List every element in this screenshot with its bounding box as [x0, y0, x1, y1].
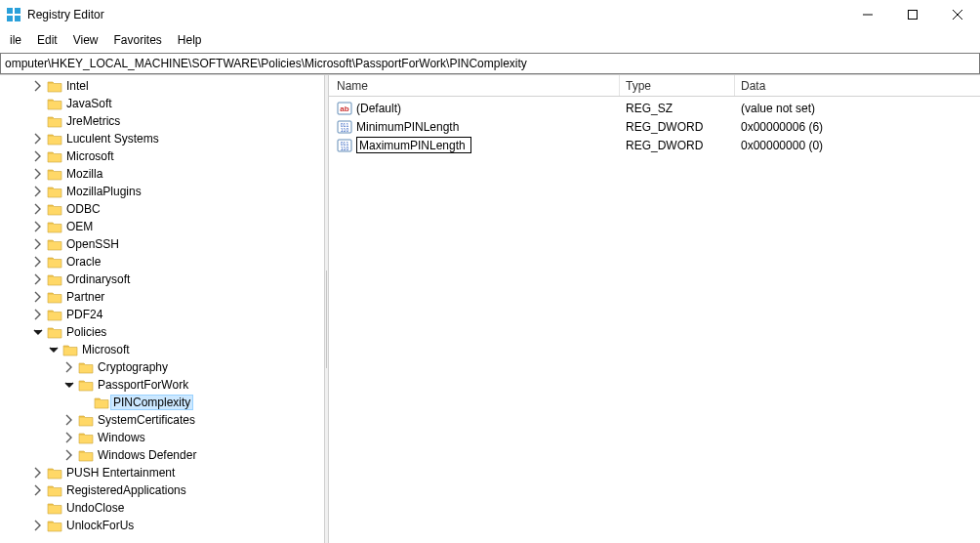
chevron-down-icon[interactable]: [62, 378, 76, 392]
tree-item-unlockforus[interactable]: UnlockForUs: [0, 517, 314, 534]
value-row[interactable]: (Default)REG_SZ(value not set): [329, 99, 980, 117]
tree-item-mozilla[interactable]: Mozilla: [0, 165, 314, 183]
tree-item-label: Cryptography: [98, 358, 168, 376]
folder-icon: [47, 466, 62, 480]
folder-icon: [94, 396, 109, 409]
tree-pane[interactable]: IntelJavaSoftJreMetricsLuculent SystemsM…: [0, 75, 324, 543]
tree-item-pincomplexity[interactable]: PINComplexity: [0, 394, 314, 411]
tree-item-cryptography[interactable]: Cryptography: [0, 358, 314, 376]
chevron-right-icon[interactable]: [31, 202, 45, 216]
values-pane: Name Type Data (Default)REG_SZ(value not…: [329, 75, 980, 543]
chevron-right-icon[interactable]: [31, 237, 45, 251]
chevron-down-icon[interactable]: [47, 343, 61, 356]
tree-item-label: PDF24: [66, 306, 102, 323]
svg-rect-2: [7, 16, 13, 21]
tree-item-passportforwork[interactable]: PassportForWork: [0, 376, 314, 394]
tree-item-label: JavaSoft: [66, 95, 112, 112]
folder-icon: [47, 97, 62, 110]
menu-favorites[interactable]: Favorites: [106, 31, 170, 49]
folder-icon: [62, 343, 78, 356]
chevron-right-icon[interactable]: [31, 483, 45, 497]
chevron-right-icon[interactable]: [31, 519, 45, 532]
tree-item-oem[interactable]: OEM: [0, 218, 314, 235]
chevron-right-icon[interactable]: [31, 220, 45, 233]
folder-icon: [47, 149, 62, 163]
tree-item-label: OEM: [66, 218, 93, 235]
chevron-right-icon[interactable]: [31, 290, 45, 304]
maximize-button[interactable]: [890, 0, 935, 29]
tree-item-label: PUSH Entertainment: [66, 464, 175, 481]
menu-help[interactable]: Help: [170, 31, 210, 49]
tree-item-windows[interactable]: Windows: [0, 429, 314, 446]
reg-string-icon: [337, 101, 352, 116]
value-type: REG_SZ: [620, 102, 735, 115]
tree-item-intel[interactable]: Intel: [0, 77, 314, 95]
tree-item-windows-defender[interactable]: Windows Defender: [0, 446, 314, 464]
chevron-right-icon[interactable]: [31, 79, 45, 93]
tree-item-oracle[interactable]: Oracle: [0, 253, 314, 271]
tree-item-label: Windows Defender: [98, 446, 196, 464]
tree-item-ordinarysoft[interactable]: Ordinarysoft: [0, 271, 314, 288]
column-data[interactable]: Data: [735, 75, 980, 96]
chevron-right-icon[interactable]: [31, 185, 45, 198]
tree-item-mozillaplugins[interactable]: MozillaPlugins: [0, 183, 314, 200]
chevron-right-icon[interactable]: [31, 272, 45, 286]
chevron-right-icon[interactable]: [62, 360, 76, 374]
tree-item-policies[interactable]: Policies: [0, 323, 314, 341]
column-type[interactable]: Type: [620, 75, 735, 96]
tree-item-registeredapplications[interactable]: RegisteredApplications: [0, 481, 314, 499]
value-row[interactable]: REG_DWORD0x00000000 (0): [329, 136, 980, 154]
chevron-right-icon[interactable]: [62, 413, 76, 427]
splitter-grip[interactable]: [326, 271, 327, 368]
chevron-right-icon[interactable]: [62, 448, 76, 462]
chevron-right-icon[interactable]: [62, 431, 76, 444]
menu-edit[interactable]: Edit: [29, 31, 65, 49]
close-button[interactable]: [935, 0, 980, 29]
minimize-button[interactable]: [845, 0, 890, 29]
tree-item-openssh[interactable]: OpenSSH: [0, 235, 314, 253]
menu-view[interactable]: View: [65, 31, 106, 49]
tree-item-label: SystemCertificates: [98, 411, 195, 429]
folder-icon: [78, 360, 94, 374]
folder-icon: [78, 413, 94, 427]
value-data: (value not set): [735, 102, 980, 115]
pane-splitter[interactable]: [324, 75, 329, 543]
folder-icon: [78, 431, 94, 444]
tree-item-push-entertainment[interactable]: PUSH Entertainment: [0, 464, 314, 481]
title-bar: Registry Editor: [0, 0, 980, 29]
chevron-right-icon[interactable]: [31, 255, 45, 269]
column-name[interactable]: Name: [329, 75, 620, 96]
folder-icon: [47, 79, 62, 93]
tree-item-microsoft[interactable]: Microsoft: [0, 341, 314, 358]
chevron-right-icon[interactable]: [31, 132, 45, 146]
chevron-right-icon[interactable]: [31, 167, 45, 181]
tree-item-javasoft[interactable]: JavaSoft: [0, 95, 314, 112]
value-data: 0x00000000 (0): [735, 139, 980, 152]
tree-item-label: MozillaPlugins: [66, 183, 142, 200]
tree-item-label: PINComplexity: [110, 395, 193, 410]
menu-file[interactable]: ile: [2, 31, 29, 49]
tree-item-odbc[interactable]: ODBC: [0, 200, 314, 218]
tree-item-microsoft[interactable]: Microsoft: [0, 147, 314, 165]
tree-item-undoclose[interactable]: UndoClose: [0, 499, 314, 517]
tree-item-jremetrics[interactable]: JreMetrics: [0, 112, 314, 130]
value-name-edit[interactable]: [356, 137, 471, 153]
value-row[interactable]: MinimumPINLengthREG_DWORD0x00000006 (6): [329, 117, 980, 136]
tree-item-label: UnlockForUs: [66, 517, 134, 534]
value-name: (Default): [356, 102, 401, 115]
tree-item-systemcertificates[interactable]: SystemCertificates: [0, 411, 314, 429]
folder-icon: [47, 325, 62, 339]
tree-item-label: Partner: [66, 288, 104, 306]
chevron-down-icon[interactable]: [31, 325, 45, 339]
chevron-right-icon[interactable]: [31, 149, 45, 163]
svg-rect-3: [15, 16, 20, 21]
tree-item-pdf24[interactable]: PDF24: [0, 306, 314, 323]
folder-icon: [47, 237, 62, 251]
tree-item-partner[interactable]: Partner: [0, 288, 314, 306]
tree-item-luculent-systems[interactable]: Luculent Systems: [0, 130, 314, 147]
folder-icon: [47, 255, 62, 269]
reg-binary-icon: [337, 119, 352, 135]
chevron-right-icon[interactable]: [31, 308, 45, 321]
chevron-right-icon[interactable]: [31, 466, 45, 480]
address-bar[interactable]: omputer\HKEY_LOCAL_MACHINE\SOFTWARE\Poli…: [0, 53, 980, 74]
